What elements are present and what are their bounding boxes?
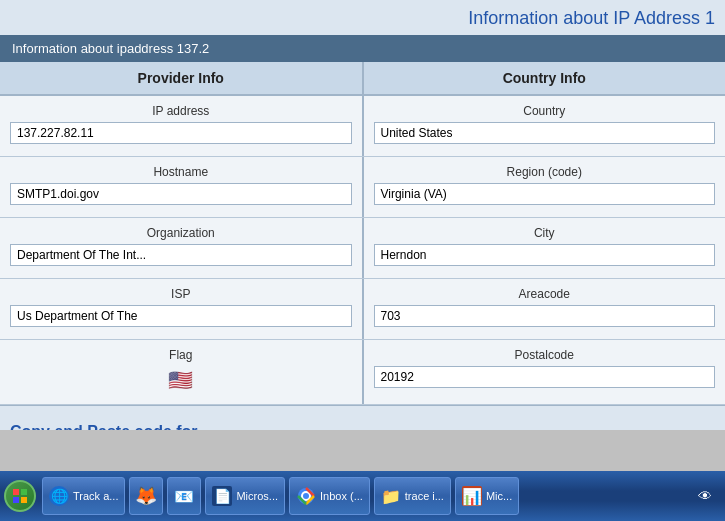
label-postal: Postalcode [364, 344, 726, 364]
tray-eye-icon: 👁 [695, 486, 715, 506]
taskbar-label-inbox: Inbox (... [320, 490, 363, 502]
value-ip: 137.227.82.11 [10, 122, 352, 144]
cell-ip: IP address 137.227.82.11 [0, 96, 364, 156]
taskbar-item-track[interactable]: 🌐 Track a... [42, 477, 125, 515]
main-content: Information about IP Address 1 Informati… [0, 0, 725, 430]
cell-flag: Flag 🇺🇸 [0, 340, 364, 404]
label-country: Country [364, 100, 726, 120]
label-ip: IP address [0, 100, 362, 120]
value-isp: Us Department Of The [10, 305, 352, 327]
row-flag-postal: Flag 🇺🇸 Postalcode 20192 [0, 340, 725, 405]
cell-isp: ISP Us Department Of The [0, 279, 364, 339]
system-tray: 👁 [695, 486, 721, 506]
label-org: Organization [0, 222, 362, 242]
taskbar-label-track: Track a... [73, 490, 118, 502]
page-title-text: Information about IP Address 1 [468, 8, 715, 28]
country-info-header: Country Info [364, 62, 726, 94]
folder-icon: 📁 [381, 486, 401, 506]
value-hostname: SMTP1.doi.gov [10, 183, 352, 205]
taskbar-item-firefox[interactable]: 🦊 [129, 477, 163, 515]
taskbar-item-outlook[interactable]: 📧 [167, 477, 201, 515]
cell-postal: Postalcode 20192 [364, 340, 726, 404]
label-city: City [364, 222, 726, 242]
page-title: Information about IP Address 1 [0, 0, 725, 35]
taskbar-item-ppt[interactable]: 📊 Mic... [455, 477, 519, 515]
taskbar: 🌐 Track a... 🦊 📧 📄 Micros... Inbox (... [0, 471, 725, 521]
ie-icon: 🌐 [49, 486, 69, 506]
cell-hostname: Hostname SMTP1.doi.gov [0, 157, 364, 217]
taskbar-label-trace: trace i... [405, 490, 444, 502]
taskbar-label-ppt: Mic... [486, 490, 512, 502]
row-hostname-region: Hostname SMTP1.doi.gov Region (code) Vir… [0, 157, 725, 218]
label-flag: Flag [0, 344, 362, 364]
label-hostname: Hostname [0, 161, 362, 181]
label-region: Region (code) [364, 161, 726, 181]
cell-country: Country United States [364, 96, 726, 156]
flag-icon: 🇺🇸 [0, 364, 362, 398]
start-button[interactable] [4, 480, 36, 512]
column-headers: Provider Info Country Info [0, 62, 725, 96]
cell-city: City Herndon [364, 218, 726, 278]
word-icon: 📄 [212, 486, 232, 506]
cell-areacode: Areacode 703 [364, 279, 726, 339]
row-ip-country: IP address 137.227.82.11 Country United … [0, 96, 725, 157]
value-org: Department Of The Int... [10, 244, 352, 266]
taskbar-label-word: Micros... [236, 490, 278, 502]
outlook-icon: 📧 [174, 486, 194, 506]
taskbar-item-folder[interactable]: 📁 trace i... [374, 477, 451, 515]
copy-paste-text: Copy and Paste code for [10, 423, 198, 430]
label-isp: ISP [0, 283, 362, 303]
svg-rect-0 [13, 489, 19, 495]
label-areacode: Areacode [364, 283, 726, 303]
row-org-city: Organization Department Of The Int... Ci… [0, 218, 725, 279]
section-header: Information about ipaddress 137.2 [0, 35, 725, 62]
windows-icon [12, 488, 28, 504]
taskbar-item-chrome[interactable]: Inbox (... [289, 477, 370, 515]
svg-rect-3 [21, 497, 27, 503]
ppt-icon: 📊 [462, 486, 482, 506]
svg-rect-2 [13, 497, 19, 503]
provider-info-header: Provider Info [0, 62, 364, 94]
value-region: Virginia (VA) [374, 183, 716, 205]
cell-org: Organization Department Of The Int... [0, 218, 364, 278]
value-postal: 20192 [374, 366, 716, 388]
value-country: United States [374, 122, 716, 144]
svg-point-6 [303, 493, 309, 499]
chrome-icon [296, 486, 316, 506]
copy-paste-bar: Copy and Paste code for [0, 405, 725, 430]
row-isp-areacode: ISP Us Department Of The Areacode 703 [0, 279, 725, 340]
svg-rect-1 [21, 489, 27, 495]
cell-region: Region (code) Virginia (VA) [364, 157, 726, 217]
value-city: Herndon [374, 244, 716, 266]
taskbar-item-word[interactable]: 📄 Micros... [205, 477, 285, 515]
firefox-icon: 🦊 [136, 486, 156, 506]
value-areacode: 703 [374, 305, 716, 327]
section-header-text: Information about ipaddress 137.2 [12, 41, 209, 56]
